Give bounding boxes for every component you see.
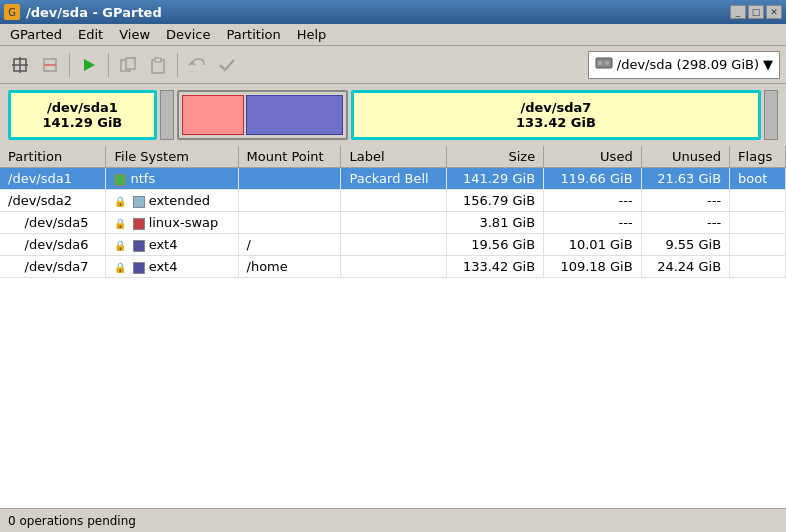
menu-gparted[interactable]: GParted: [4, 25, 68, 44]
cell-unused: 21.63 GiB: [641, 168, 729, 190]
cell-partition: /dev/sda6: [0, 234, 106, 256]
table-row[interactable]: /dev/sda7 🔒 ext4 /home 133.42 GiB 109.18…: [0, 256, 786, 278]
cell-label: [341, 256, 446, 278]
cell-mount: /home: [238, 256, 341, 278]
toolbar: /dev/sda (298.09 GiB) ▼: [0, 46, 786, 84]
col-header-size: Size: [446, 146, 544, 168]
apply-button[interactable]: [75, 51, 103, 79]
toolbar-sep-2: [108, 53, 109, 77]
menu-help[interactable]: Help: [291, 25, 333, 44]
delete-button[interactable]: [36, 51, 64, 79]
cell-mount: [238, 190, 341, 212]
partition-table: Partition File System Mount Point Label …: [0, 146, 786, 278]
disk-vis-sda5[interactable]: [182, 95, 244, 135]
new-button[interactable]: [6, 51, 34, 79]
cell-flags: boot: [730, 168, 786, 190]
status-bar: 0 operations pending: [0, 508, 786, 532]
minimize-button[interactable]: _: [730, 5, 746, 19]
cell-used: 10.01 GiB: [544, 234, 642, 256]
disk-vis-sda7-name: /dev/sda7: [520, 100, 591, 115]
cell-used: 109.18 GiB: [544, 256, 642, 278]
cell-mount: [238, 168, 341, 190]
cell-size: 133.42 GiB: [446, 256, 544, 278]
cell-label: [341, 190, 446, 212]
col-header-mount: Mount Point: [238, 146, 341, 168]
check-button[interactable]: [213, 51, 241, 79]
menu-partition[interactable]: Partition: [221, 25, 287, 44]
cell-mount: /: [238, 234, 341, 256]
disk-vis-sda6[interactable]: [246, 95, 343, 135]
svg-rect-7: [126, 58, 135, 69]
col-header-fs: File System: [106, 146, 238, 168]
col-header-label: Label: [341, 146, 446, 168]
col-header-partition: Partition: [0, 146, 106, 168]
cell-used: 119.66 GiB: [544, 168, 642, 190]
cell-fs: 🔒 extended: [106, 190, 238, 212]
menu-device[interactable]: Device: [160, 25, 216, 44]
main-content: Partition File System Mount Point Label …: [0, 146, 786, 508]
cell-size: 156.79 GiB: [446, 190, 544, 212]
table-row[interactable]: /dev/sda1 ntfs Packard Bell 141.29 GiB 1…: [0, 168, 786, 190]
title-text: /dev/sda - GParted: [26, 5, 162, 20]
device-selector-icon: [595, 55, 613, 74]
toolbar-sep-3: [177, 53, 178, 77]
cell-unused: 24.24 GiB: [641, 256, 729, 278]
disk-vis-sda7-size: 133.42 GiB: [516, 115, 596, 130]
status-text: 0 operations pending: [8, 514, 136, 528]
cell-fs: 🔒 ext4: [106, 256, 238, 278]
disk-vis-sda7[interactable]: /dev/sda7 133.42 GiB: [351, 90, 761, 140]
cell-fs: ntfs: [106, 168, 238, 190]
copy-button[interactable]: [114, 51, 142, 79]
cell-partition: /dev/sda7: [0, 256, 106, 278]
disk-vis-extended: [177, 90, 348, 140]
cell-size: 19.56 GiB: [446, 234, 544, 256]
cell-partition: /dev/sda5: [0, 212, 106, 234]
title-bar: G /dev/sda - GParted _ □ ✕: [0, 0, 786, 24]
device-selector-label: /dev/sda (298.09 GiB): [617, 57, 759, 72]
window-controls: _ □ ✕: [730, 5, 782, 19]
menu-view[interactable]: View: [113, 25, 156, 44]
cell-label: [341, 234, 446, 256]
cell-label: Packard Bell: [341, 168, 446, 190]
undo-button[interactable]: [183, 51, 211, 79]
cell-fs: 🔒 linux-swap: [106, 212, 238, 234]
partition-tbody: /dev/sda1 ntfs Packard Bell 141.29 GiB 1…: [0, 168, 786, 278]
svg-rect-11: [598, 61, 602, 65]
svg-rect-9: [155, 58, 161, 62]
toolbar-sep-1: [69, 53, 70, 77]
cell-flags: [730, 212, 786, 234]
device-dropdown-arrow: ▼: [763, 57, 773, 72]
cell-unused: ---: [641, 212, 729, 234]
cell-used: ---: [544, 190, 642, 212]
table-row[interactable]: /dev/sda5 🔒 linux-swap 3.81 GiB --- ---: [0, 212, 786, 234]
cell-unused: 9.55 GiB: [641, 234, 729, 256]
maximize-button[interactable]: □: [748, 5, 764, 19]
cell-size: 141.29 GiB: [446, 168, 544, 190]
cell-flags: [730, 234, 786, 256]
table-row[interactable]: /dev/sda2 🔒 extended 156.79 GiB --- ---: [0, 190, 786, 212]
cell-flags: [730, 256, 786, 278]
table-header-row: Partition File System Mount Point Label …: [0, 146, 786, 168]
cell-partition: /dev/sda2: [0, 190, 106, 212]
close-button[interactable]: ✕: [766, 5, 782, 19]
disk-vis-sda1[interactable]: /dev/sda1 141.29 GiB: [8, 90, 157, 140]
disk-vis-unalloc1: [160, 90, 174, 140]
svg-point-12: [605, 61, 609, 65]
disk-vis-unalloc2: [764, 90, 778, 140]
col-header-unused: Unused: [641, 146, 729, 168]
cell-size: 3.81 GiB: [446, 212, 544, 234]
disk-vis-sda1-size: 141.29 GiB: [43, 115, 123, 130]
cell-fs: 🔒 ext4: [106, 234, 238, 256]
disk-vis-sda1-name: /dev/sda1: [47, 100, 118, 115]
cell-label: [341, 212, 446, 234]
app-icon: G: [4, 4, 20, 20]
table-row[interactable]: /dev/sda6 🔒 ext4 / 19.56 GiB 10.01 GiB 9…: [0, 234, 786, 256]
menu-edit[interactable]: Edit: [72, 25, 109, 44]
disk-bar: /dev/sda1 141.29 GiB /dev/sda7 133.42 Gi…: [0, 84, 786, 146]
title-bar-left: G /dev/sda - GParted: [4, 4, 162, 20]
paste-button[interactable]: [144, 51, 172, 79]
cell-partition: /dev/sda1: [0, 168, 106, 190]
cell-unused: ---: [641, 190, 729, 212]
menu-bar: GParted Edit View Device Partition Help: [0, 24, 786, 46]
device-selector[interactable]: /dev/sda (298.09 GiB) ▼: [588, 51, 780, 79]
